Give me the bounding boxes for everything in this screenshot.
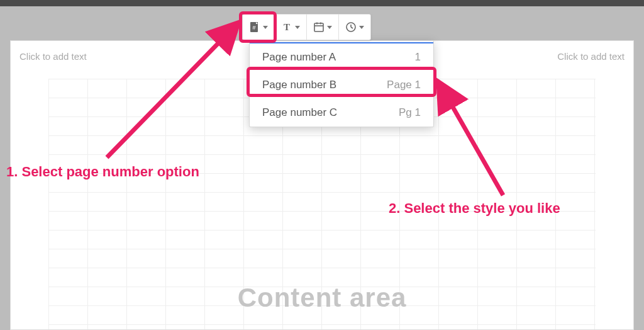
- page-number-dropdown: Page number A 1 Page number B Page 1 Pag…: [249, 40, 434, 127]
- dropdown-item-label: Page number A: [262, 51, 336, 64]
- header-right-placeholder[interactable]: Click to add text: [429, 41, 633, 72]
- annotation-step-2: 2. Select the style you like: [389, 200, 560, 217]
- window-top-strip: [0, 0, 644, 6]
- header-left-placeholder[interactable]: Click to add text: [11, 41, 215, 72]
- svg-line-10: [351, 27, 353, 28]
- dropdown-item-page-number-c[interactable]: Page number C Pg 1: [250, 99, 433, 127]
- dropdown-item-value: Page 1: [387, 79, 421, 91]
- svg-text:T: T: [284, 22, 290, 32]
- page-number-icon: #: [249, 21, 260, 33]
- annotation-step-1: 1. Select page number option: [6, 164, 199, 180]
- svg-rect-4: [314, 23, 323, 31]
- chevron-down-icon: [263, 26, 268, 29]
- dropdown-item-label: Page number B: [262, 79, 336, 91]
- chevron-down-icon: [295, 26, 300, 29]
- dropdown-item-page-number-b[interactable]: Page number B Page 1: [250, 71, 433, 99]
- calendar-icon: [313, 21, 325, 33]
- dropdown-item-label: Page number C: [262, 106, 337, 119]
- date-button[interactable]: [306, 14, 338, 40]
- insert-header-toolbar: # T: [242, 14, 371, 40]
- chevron-down-icon: [359, 26, 364, 29]
- text-style-button[interactable]: T: [274, 14, 306, 40]
- dropdown-item-page-number-a[interactable]: Page number A 1: [250, 43, 433, 71]
- svg-text:#: #: [252, 25, 255, 31]
- time-button[interactable]: [338, 14, 370, 40]
- chevron-down-icon: [327, 26, 332, 29]
- clock-icon: [345, 21, 357, 33]
- page-number-button[interactable]: #: [243, 14, 274, 40]
- dropdown-item-value: Pg 1: [399, 106, 421, 119]
- dropdown-item-value: 1: [415, 51, 421, 64]
- content-area-label: Content area: [48, 283, 596, 313]
- text-icon: T: [281, 21, 292, 33]
